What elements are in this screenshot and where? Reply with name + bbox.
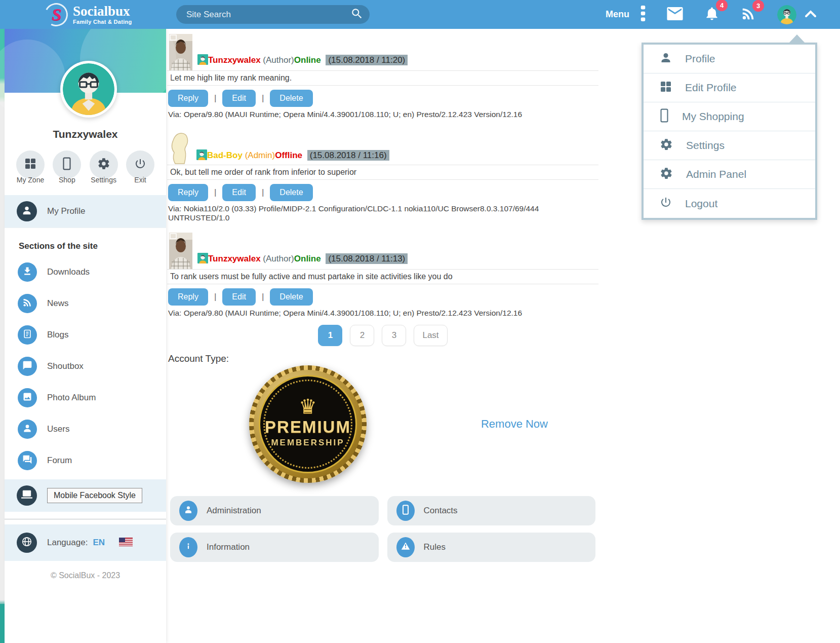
box-label: Administration: [207, 506, 261, 516]
menu-item-label: Logout: [685, 198, 717, 210]
sidebar: Tunzxywalex My Zone Shop Settings Exit: [5, 29, 166, 643]
post-author[interactable]: Bad-Boy: [207, 150, 243, 160]
search-icon[interactable]: [350, 7, 364, 22]
user-icon: [21, 205, 32, 218]
menu-item-edit-profile[interactable]: Edit Profile: [644, 73, 815, 102]
power-icon: [134, 158, 146, 172]
post-author[interactable]: Tunzxywalex: [208, 254, 261, 263]
menu-button[interactable]: Menu: [606, 6, 646, 24]
photo-icon: [22, 392, 32, 404]
sidebar-item-news[interactable]: News: [5, 288, 166, 319]
sidebar-item-users[interactable]: Users: [5, 413, 166, 445]
page-button-last[interactable]: Last: [414, 325, 447, 346]
box-rules[interactable]: Rules: [387, 533, 596, 562]
messages-button[interactable]: [667, 7, 683, 22]
footer-links: Administration Contacts Information Rule…: [170, 496, 595, 562]
background-strip: [0, 29, 5, 643]
sidebar-item-label: Blogs: [47, 330, 69, 340]
admin-user-icon: [184, 505, 193, 516]
sidebar-item-shoutbox[interactable]: Shoutbox: [5, 351, 166, 382]
page-button-2[interactable]: 2: [350, 325, 374, 346]
delete-button[interactable]: Delete: [270, 288, 312, 306]
brand-logo[interactable]: S Socialbux Family Chat & Dating: [45, 3, 132, 26]
box-administration[interactable]: Administration: [170, 496, 379, 525]
profile-avatar[interactable]: [60, 61, 117, 118]
page-button-3[interactable]: 3: [382, 325, 406, 346]
sidebar-item-label: News: [47, 298, 69, 309]
edit-button[interactable]: Edit: [222, 288, 256, 306]
quick-action-shop[interactable]: Shop: [51, 150, 83, 184]
sidebar-item-label: Forum: [47, 456, 72, 466]
reply-button[interactable]: Reply: [168, 184, 208, 201]
chat-bubble-icon: [22, 360, 32, 372]
us-flag-icon[interactable]: [119, 538, 133, 548]
language-value[interactable]: EN: [93, 538, 105, 548]
box-contacts[interactable]: Contacts: [387, 496, 596, 525]
action-separator: |: [214, 187, 216, 198]
sections-title: Sections of the site: [5, 228, 166, 256]
page-button-1[interactable]: 1: [318, 325, 342, 346]
dots-vertical-icon: [641, 6, 646, 24]
sidebar-item-label: My Profile: [47, 206, 86, 216]
menu-item-label: Profile: [685, 53, 715, 65]
info-icon: [184, 542, 193, 553]
reply-button[interactable]: Reply: [168, 90, 208, 107]
remove-now-link[interactable]: Remove Now: [481, 418, 548, 431]
user-mini-avatar-icon: [197, 253, 208, 263]
crown-icon: ♛: [299, 396, 317, 417]
language-row: Language: EN: [5, 524, 166, 561]
quick-action-label: My Zone: [15, 176, 46, 184]
delete-button[interactable]: Delete: [270, 184, 312, 201]
box-information[interactable]: Information: [170, 533, 379, 562]
notification-count-badge: 4: [716, 0, 728, 11]
menu-item-admin-panel[interactable]: Admin Panel: [644, 160, 815, 189]
delete-button[interactable]: Delete: [270, 90, 312, 107]
quick-action-label: Settings: [88, 176, 119, 184]
menu-item-profile[interactable]: Profile: [644, 45, 815, 73]
top-header: S Socialbux Family Chat & Dating Menu: [0, 0, 840, 29]
mobile-facebook-style-button[interactable]: Mobile Facebook Style: [47, 488, 142, 503]
search-input[interactable]: [186, 10, 350, 20]
sidebar-item-photo-album[interactable]: Photo Album: [5, 382, 166, 413]
edit-button[interactable]: Edit: [222, 90, 256, 107]
box-label: Rules: [424, 542, 446, 552]
header-avatar[interactable]: [777, 5, 796, 24]
user-photo[interactable]: [169, 129, 191, 165]
blog-icon: [22, 329, 32, 341]
post-timestamp: (15.08.2018 / 11:16): [307, 150, 389, 161]
post-via: Via: Opera/9.80 (MAUI Runtime; Opera Min…: [168, 110, 597, 119]
post-via: Via: Opera/9.80 (MAUI Runtime; Opera Min…: [168, 309, 597, 318]
badge-title: PREMIUM: [265, 418, 351, 437]
menu-item-settings[interactable]: Settings: [644, 131, 815, 160]
dropdown-arrow: [789, 34, 805, 43]
brand-name: Socialbux: [73, 4, 132, 19]
sidebar-item-blogs[interactable]: Blogs: [5, 319, 166, 351]
forum-icon: [22, 455, 32, 467]
sidebar-item-downloads[interactable]: Downloads: [5, 256, 166, 288]
quick-action-my-zone[interactable]: My Zone: [15, 150, 46, 184]
post-role: (Admin): [245, 150, 275, 160]
quick-action-exit[interactable]: Exit: [125, 150, 156, 184]
sidebar-item-my-profile[interactable]: My Profile: [5, 195, 166, 228]
user-icon: [22, 423, 32, 435]
profile-dropdown-menu: Profile Edit Profile My Shopping Setting…: [642, 43, 817, 220]
sidebar-item-label: Downloads: [47, 267, 90, 277]
post-message: Ok, but tell me order of rank from infer…: [167, 165, 598, 180]
feeds-button[interactable]: 3: [741, 6, 756, 23]
menu-item-logout[interactable]: Logout: [644, 189, 815, 218]
user-photo[interactable]: [169, 233, 192, 269]
menu-item-my-shopping[interactable]: My Shopping: [644, 102, 815, 131]
post-timestamp: (15.08.2018 / 11:20): [326, 55, 408, 65]
post-author[interactable]: Tunzxywalex: [208, 55, 261, 65]
post-status: Online: [294, 55, 321, 65]
chevron-up-icon[interactable]: [805, 10, 817, 20]
notifications-button[interactable]: 4: [704, 6, 719, 24]
sidebar-item-forum[interactable]: Forum: [5, 445, 166, 476]
pagination: 1 2 3 Last: [167, 325, 598, 346]
edit-button[interactable]: Edit: [222, 184, 256, 201]
reply-button[interactable]: Reply: [168, 288, 208, 306]
warning-icon: [401, 542, 410, 553]
quick-action-settings[interactable]: Settings: [88, 150, 119, 184]
grid-icon: [24, 158, 36, 172]
profile-username: Tunzxywalex: [5, 128, 166, 140]
